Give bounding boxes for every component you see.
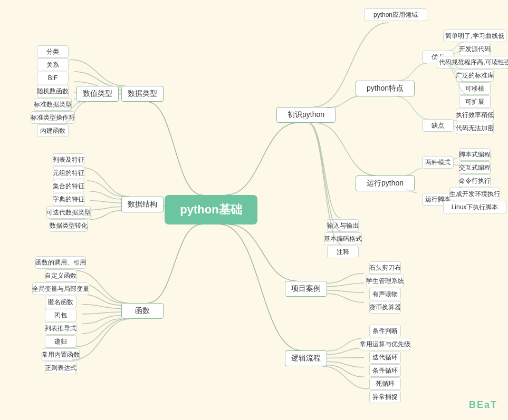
mindmap-svg: 初识pythonpython应用领域python特点优点简单明了,学习曲线低开发… xyxy=(0,0,508,420)
watermark-label: BEaT xyxy=(469,399,497,411)
